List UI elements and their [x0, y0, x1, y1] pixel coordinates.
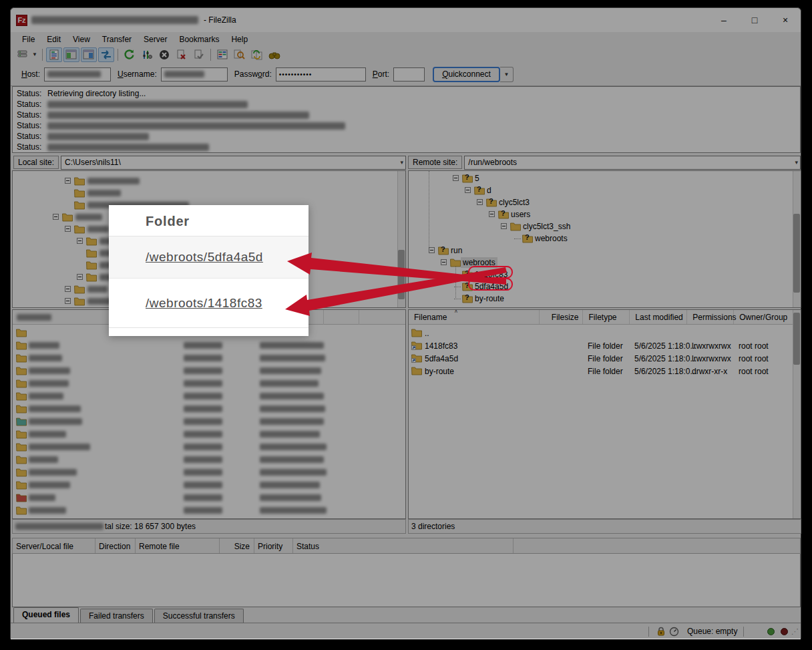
- webroots-1418fc83-link[interactable]: /webroots/1418fc83: [146, 296, 262, 311]
- card-row: /webroots/5dfa4a5d: [109, 236, 309, 279]
- card-row: /webroots/1418fc83: [109, 279, 309, 327]
- card-title: Folder: [109, 205, 309, 236]
- card-footer: [109, 327, 309, 335]
- folder-annotation-card: Folder /webroots/5dfa4a5d /webroots/1418…: [109, 205, 309, 336]
- webroots-5dfa4a5d-link[interactable]: /webroots/5dfa4a5d: [146, 250, 263, 265]
